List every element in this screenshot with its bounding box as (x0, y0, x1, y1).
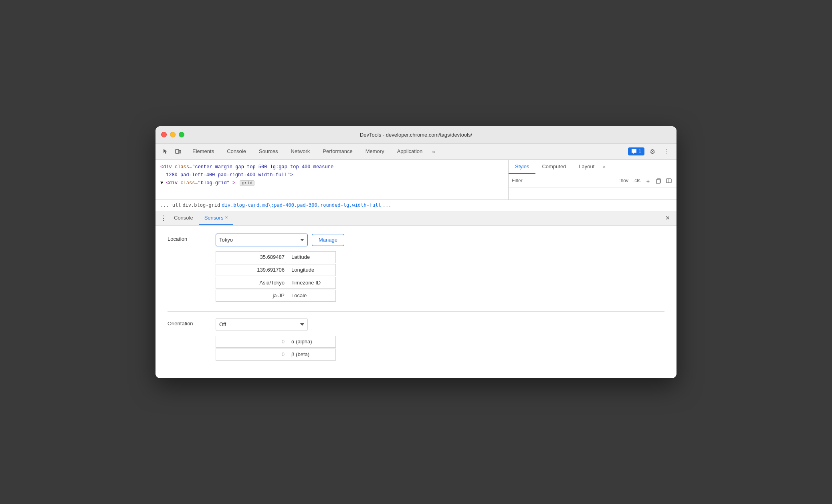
minimize-button[interactable] (170, 132, 176, 137)
orientation-controls: Off (216, 318, 308, 331)
drawer-tab-bar: ⋮ Console Sensors × × (155, 211, 677, 226)
breadcrumb-item-2[interactable]: div.blog-card.md\:pad-400.pad-300.rounde… (222, 202, 381, 208)
breadcrumb-more[interactable]: ... (383, 202, 392, 208)
timezone-input[interactable] (216, 277, 288, 289)
tab-styles[interactable]: Styles (509, 160, 535, 174)
orientation-row: Orientation Off (168, 318, 664, 331)
orientation-grid: α (alpha) β (beta) (216, 336, 664, 361)
cls-button[interactable]: .cls (632, 177, 642, 184)
locale-input[interactable] (216, 290, 288, 302)
devtools-tab-bar: Elements Console Sources Network Perform… (155, 144, 677, 160)
longitude-label: Longitude (288, 264, 336, 276)
tab-sources[interactable]: Sources (252, 144, 285, 159)
breadcrumb-item-0[interactable]: ull (172, 202, 181, 208)
orientation-select[interactable]: Off (216, 318, 308, 331)
maximize-button[interactable] (179, 132, 184, 137)
location-grid: Latitude Longitude Timezone ID Locale (216, 251, 664, 302)
manage-button[interactable]: Manage (312, 234, 344, 246)
timezone-label: Timezone ID (288, 277, 336, 289)
more-styles-tabs[interactable]: » (602, 164, 605, 170)
orientation-row-beta: β (beta) (216, 349, 664, 361)
tab-computed[interactable]: Computed (535, 160, 572, 174)
breadcrumb-item-1[interactable]: div.blog-grid (182, 202, 220, 208)
elements-code-area: <div class="center margin gap top 500 lg… (155, 160, 508, 200)
location-select[interactable]: Tokyo (216, 234, 308, 246)
window-title: DevTools - developer.chrome.com/tags/dev… (360, 132, 472, 138)
latitude-label: Latitude (288, 251, 336, 263)
location-row-timezone: Timezone ID (216, 277, 664, 289)
location-section: Location Tokyo Manage Latitude Longitude (168, 234, 664, 302)
sensor-divider (168, 311, 664, 312)
orientation-label: Orientation (168, 318, 216, 327)
sensors-content: Location Tokyo Manage Latitude Longitude (155, 226, 677, 378)
location-label: Location (168, 234, 216, 242)
devtools-tab-list: Elements Console Sources Network Perform… (186, 144, 628, 159)
drawer-tab-console[interactable]: Console (168, 211, 199, 225)
location-row: Location Tokyo Manage (168, 234, 664, 246)
title-bar: DevTools - developer.chrome.com/tags/dev… (155, 126, 677, 144)
tab-application[interactable]: Application (391, 144, 429, 159)
code-line-2: 1280 pad-left-400 pad-right-400 width-fu… (160, 171, 503, 179)
tab-console[interactable]: Console (220, 144, 252, 159)
add-style-icon[interactable]: + (644, 176, 652, 185)
svg-rect-2 (656, 179, 660, 183)
code-line-1: <div class="center margin gap top 500 lg… (160, 163, 503, 171)
beta-input (216, 349, 288, 361)
drawer-close-button[interactable]: × (662, 212, 673, 224)
copy-style-icon[interactable] (654, 176, 663, 185)
hov-button[interactable]: :hov (618, 177, 630, 184)
cursor-icon[interactable] (159, 145, 172, 158)
orientation-row-alpha: α (alpha) (216, 336, 664, 348)
close-button[interactable] (161, 132, 167, 137)
breadcrumb-bar: ... ull div.blog-grid div.blog-card.md\:… (155, 200, 677, 211)
more-options-icon[interactable]: ⋮ (660, 145, 673, 158)
beta-label: β (beta) (288, 349, 336, 361)
device-toggle-icon[interactable] (172, 145, 184, 158)
styles-filter-input[interactable] (512, 178, 616, 183)
elements-pane: <div class="center margin gap top 500 lg… (155, 160, 677, 200)
styles-pane: Styles Computed Layout » :hov .cls + (508, 160, 677, 200)
sensors-tab-close[interactable]: × (225, 215, 228, 220)
location-row-locale: Locale (216, 290, 664, 302)
latitude-input[interactable] (216, 251, 288, 263)
grid-badge: grid (240, 180, 254, 186)
drawer-menu-icon[interactable]: ⋮ (159, 213, 168, 223)
location-row-longitude: Longitude (216, 264, 664, 276)
breadcrumb-dots: ... (160, 202, 169, 208)
tab-memory[interactable]: Memory (359, 144, 391, 159)
chat-button[interactable]: 1 (628, 147, 644, 155)
tab-network[interactable]: Network (285, 144, 317, 159)
styles-tab-bar: Styles Computed Layout » (509, 160, 677, 174)
orientation-section: Orientation Off α (alpha) β (beta) (168, 318, 664, 361)
styles-filter-bar: :hov .cls + (509, 174, 677, 188)
devtools-right-actions: 1 ⚙ ⋮ (628, 145, 673, 158)
code-line-3: ▼ <div class="blog-grid" > grid (160, 179, 503, 187)
location-row-latitude: Latitude (216, 251, 664, 263)
drawer-tab-sensors[interactable]: Sensors × (199, 211, 234, 225)
svg-rect-1 (179, 150, 181, 153)
traffic-lights (161, 132, 184, 137)
tab-elements[interactable]: Elements (186, 144, 220, 159)
longitude-input[interactable] (216, 264, 288, 276)
tab-layout[interactable]: Layout (572, 160, 601, 174)
sidebar-icon[interactable] (664, 176, 673, 185)
locale-label: Locale (288, 290, 336, 302)
svg-rect-0 (176, 149, 179, 153)
tab-performance[interactable]: Performance (316, 144, 359, 159)
alpha-label: α (alpha) (288, 336, 336, 348)
settings-icon[interactable]: ⚙ (646, 145, 659, 158)
location-controls: Tokyo Manage (216, 234, 344, 246)
alpha-input (216, 336, 288, 348)
more-tabs-button[interactable]: » (429, 149, 438, 155)
devtools-window: DevTools - developer.chrome.com/tags/dev… (155, 126, 677, 378)
